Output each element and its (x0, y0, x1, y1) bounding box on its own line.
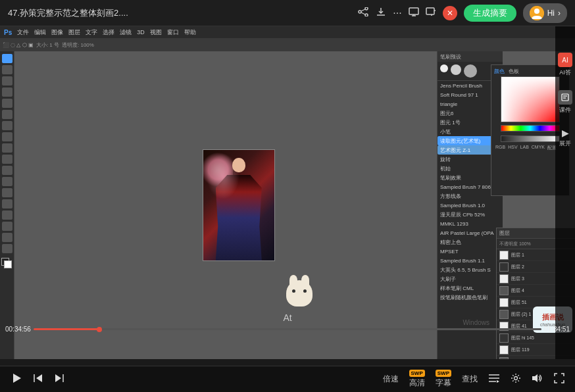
course-material-button[interactable]: 课件 (558, 90, 572, 114)
layer-name-7: 图层 hi 145 (511, 335, 534, 341)
ps-opacity-label: 透明度: 100% (62, 41, 94, 49)
tool-select[interactable] (2, 65, 12, 74)
mascot-left-ear (289, 275, 297, 285)
tool-move[interactable] (2, 54, 12, 63)
tool-hand[interactable] (2, 244, 12, 253)
progress-dot[interactable] (97, 327, 102, 332)
screen-button[interactable] (409, 7, 419, 19)
find-button[interactable]: 查找 (462, 374, 478, 385)
brush-item-16[interactable]: AIR Pastel Large (OPA (438, 228, 503, 237)
svg-rect-13 (562, 94, 568, 101)
tool-eyedrop[interactable] (2, 99, 12, 108)
volume-button[interactable] (532, 373, 543, 385)
brush-item-13[interactable]: Sampled Brush 1.0 (438, 201, 503, 210)
ps-menu-select[interactable]: 选择 (103, 28, 114, 37)
brush-item-17[interactable]: 精密上色 (438, 237, 503, 247)
ps-menu-type[interactable]: 文字 (86, 28, 97, 37)
expand-icon: ▶ (562, 128, 569, 138)
ps-menu-3d[interactable]: 3D (137, 29, 145, 36)
color-tab[interactable]: 颜色 (494, 68, 505, 75)
prev-chapter-button[interactable] (33, 373, 43, 386)
expand-label: 展开 (559, 139, 571, 148)
tool-lasso[interactable] (2, 76, 12, 86)
brush-panel-title: 笔刷预设 (440, 53, 461, 61)
video-area[interactable]: Ps 文件 编辑 图像 图层 文字 选择 滤镜 3D 视图 窗口 帮助 ⬛ ◌ … (0, 26, 575, 359)
tool-pen[interactable] (2, 188, 12, 197)
color-swatch[interactable] (1, 258, 13, 270)
speed-label: 倍速 (383, 374, 399, 385)
user-button[interactable]: Hi › (523, 3, 567, 23)
tool-zoom[interactable] (2, 233, 12, 242)
brush-item-20[interactable]: 大英头 6.5, 5 Brush S (438, 265, 503, 274)
mode-cmyk[interactable]: CMYK (532, 145, 545, 151)
ps-menu-help[interactable]: 帮助 (184, 28, 196, 37)
subtitle-button[interactable]: SWP 字幕 (436, 370, 451, 389)
svg-point-25 (514, 377, 518, 380)
share-button[interactable] (357, 7, 369, 19)
brush-preview-2[interactable] (451, 64, 461, 75)
crop-button[interactable] (426, 7, 436, 19)
layer-name-8: 图层 119 (511, 347, 530, 353)
ps-menu-edit[interactable]: 编辑 (34, 28, 46, 37)
brush-item-21[interactable]: 大刷子 (438, 274, 503, 283)
ps-menu-layer[interactable]: 图层 (68, 28, 80, 37)
brush-preview-1[interactable] (440, 64, 448, 72)
play-button[interactable] (11, 372, 22, 387)
next-chapter-button[interactable] (54, 373, 64, 386)
ai-answer-button[interactable]: AI AI答 (558, 53, 572, 77)
mode-hsv[interactable]: HSV (508, 145, 517, 151)
tool-clone[interactable] (2, 132, 12, 141)
progress-bar-area: 00:34:56 01:34:51 (0, 326, 575, 333)
ps-options: ⬛ ◌ △ ⬡ ▣ (3, 42, 34, 48)
tool-erase[interactable] (2, 143, 12, 153)
tool-path[interactable] (2, 210, 12, 220)
speed-button[interactable]: 倍速 (383, 374, 399, 385)
playlist-button[interactable] (488, 374, 500, 385)
layer-name-3: 图层 4 (511, 287, 524, 294)
ps-menu-file[interactable]: 文件 (17, 28, 29, 37)
svg-line-3 (361, 9, 365, 11)
close-button[interactable]: ✕ (443, 6, 457, 20)
hue-slider[interactable] (501, 125, 560, 132)
svg-marker-24 (497, 380, 499, 383)
ps-menu-image[interactable]: 图像 (51, 28, 63, 37)
generate-summary-button[interactable]: 生成摘要 (464, 5, 516, 22)
expand-button[interactable]: ▶ 展开 (559, 128, 571, 148)
tool-text[interactable] (2, 199, 12, 208)
download-button[interactable] (376, 7, 386, 20)
brush-item-18[interactable]: MPSET (438, 247, 503, 256)
more-button[interactable]: ··· (393, 7, 401, 19)
tool-dodge[interactable] (2, 177, 12, 186)
tool-gradient[interactable] (2, 155, 12, 164)
tool-blur[interactable] (2, 166, 12, 175)
ps-menu-window[interactable]: 窗口 (167, 28, 179, 37)
brush-item-15[interactable]: MMKL 1293 (438, 219, 503, 228)
mode-lab[interactable]: LAB (520, 145, 529, 151)
brush-preview-3[interactable] (464, 64, 477, 78)
settings-button[interactable] (511, 373, 521, 385)
quality-badge: SWP (409, 370, 425, 377)
bottom-controls: 倍速 SWP 高清 SWP 字幕 查找 (0, 366, 575, 392)
brush-item-14[interactable]: 漫天星辰 CPb 52% (438, 210, 503, 219)
color-tab-2[interactable]: 色板 (509, 68, 519, 75)
color-picker-gradient[interactable] (501, 76, 560, 122)
rgb-slider[interactable] (501, 135, 560, 142)
ps-logo: Ps (4, 29, 12, 36)
tool-crop[interactable] (2, 87, 12, 97)
layer-thumb-9 (499, 357, 509, 360)
ps-menu-filter[interactable]: 滤镜 (120, 28, 132, 37)
progress-bar[interactable] (34, 328, 541, 330)
layer-thumb-2 (499, 274, 509, 283)
mascot-right-eye (303, 289, 307, 293)
fullscreen-button[interactable] (554, 373, 564, 385)
tool-brush[interactable] (2, 121, 12, 130)
brush-item-19[interactable]: Sampled Brush 1.1 (438, 256, 503, 265)
total-time: 01:34:51 (544, 326, 570, 333)
brush-item-22[interactable]: 样本笔刷 CML (438, 283, 503, 293)
tool-shape[interactable] (2, 222, 12, 231)
quality-button[interactable]: SWP 高清 (409, 370, 425, 389)
tool-heal[interactable] (2, 110, 12, 119)
brush-item-23[interactable]: 按笔刷随机颜色笔刷 (438, 293, 503, 302)
ps-menu-view[interactable]: 视图 (150, 28, 162, 37)
mode-rgb[interactable]: RGB (495, 145, 505, 151)
